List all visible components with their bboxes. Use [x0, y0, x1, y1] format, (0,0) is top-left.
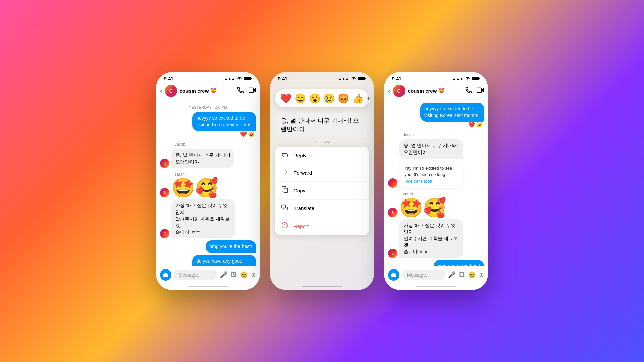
forward-label: Forward	[293, 170, 312, 176]
mic-icon-1[interactable]: 🎤	[220, 271, 227, 279]
forward-icon	[281, 169, 289, 177]
context-menu-translate[interactable]: Translate	[275, 200, 369, 217]
svg-rect-6	[365, 78, 366, 79]
group-name-1[interactable]: cousin crew 💝	[180, 88, 237, 94]
group-name-3[interactable]: cousin crew 💝	[408, 88, 465, 94]
phone-1: 9:41 ▲▲▲ ‹ C cousin crew 💝 YESTERDAY 4:1…	[156, 72, 260, 290]
home-bar-3	[416, 286, 456, 287]
message-bubble-m4[interactable]: 가장 하고 싶은 것이 무엇인지알려주시면 계획을 세워보겠습니다 ㅎㅎ	[171, 199, 235, 238]
home-indicator-3	[384, 283, 488, 290]
battery-icon-2	[358, 76, 366, 81]
phone-3: 9:41 ▲▲▲ ‹ C cousin crew 💝 heyyyy	[384, 72, 488, 290]
message-row-r2: J 응, 널 만나서 너무 기대돼!오랜만이야 Yay I'm so excit…	[388, 139, 484, 188]
home-bar-2	[302, 286, 342, 287]
context-menu-reply[interactable]: Reply	[275, 147, 369, 164]
phone-call-icon-1[interactable]	[237, 87, 244, 95]
message-input-field-1[interactable]: Message...	[174, 270, 217, 280]
svg-rect-5	[358, 77, 365, 80]
emoji-m3: 🤩🥰	[171, 179, 218, 197]
sender-sarah-r3: sarah	[403, 192, 484, 196]
reaction-grin[interactable]: 😀	[294, 93, 306, 104]
emoji-icon-3[interactable]: 😊	[468, 271, 476, 279]
message-bubble-m5[interactable]: omg you're the best!	[206, 240, 256, 253]
video-call-icon-1[interactable]	[249, 87, 256, 95]
context-message-bubble: 응, 널 만나서 너무 기대돼! 오랜만이야	[275, 113, 369, 137]
avatar-jacob-2: J	[160, 229, 169, 238]
plus-icon-1[interactable]: ⊕	[251, 271, 256, 279]
avatar-sarah-1: S	[160, 188, 169, 197]
camera-button-3[interactable]	[388, 269, 399, 281]
report-icon	[281, 222, 289, 230]
message-row-r5: omg you're the best!	[388, 260, 484, 266]
emoji-r3: 🤩🥰	[399, 198, 446, 217]
svg-rect-1	[251, 78, 252, 79]
status-time-3: 9:41	[392, 76, 401, 81]
chat-header-1: ‹ C cousin crew 💝	[156, 83, 260, 100]
context-menu-forward[interactable]: Forward	[275, 164, 369, 182]
reaction-cry[interactable]: 😢	[323, 93, 335, 104]
message-bubble-r1[interactable]: heyyyy so excited to be visiting Korea n…	[420, 103, 484, 122]
wifi-icon-3	[465, 76, 470, 81]
reaction-thumbs[interactable]: 👍	[352, 93, 364, 104]
svg-rect-14	[472, 77, 479, 80]
message-row-r4: J 가장 하고 싶은 것이 무엇인지알려주시면 계획을 세워보겠습니다 ㅎㅎ	[388, 219, 484, 258]
status-bar-3: 9:41 ▲▲▲	[384, 72, 488, 83]
message-input-field-3[interactable]: Message...	[402, 270, 445, 280]
back-button-1[interactable]: ‹	[160, 87, 162, 95]
home-indicator-2	[270, 283, 374, 290]
message-row-m1: heyyyy so excited to be visiting Korea n…	[160, 112, 256, 131]
back-button-3[interactable]: ‹	[388, 87, 390, 95]
messages-1: YESTERDAY 4:16 PM heyyyy so excited to b…	[156, 100, 260, 266]
mic-icon-3[interactable]: 🎤	[448, 271, 455, 279]
add-reaction-button[interactable]: +	[367, 93, 370, 104]
phone-call-icon-3[interactable]	[465, 87, 472, 95]
home-bar-1	[188, 286, 228, 287]
status-time-2: 9:41	[278, 76, 287, 81]
reaction-r1: ❤️🐱	[388, 122, 483, 128]
message-bubble-m6[interactable]: do you have any good cafe recommendation…	[192, 255, 256, 266]
hide-translation-button-r2[interactable]: Hide translation	[404, 179, 457, 184]
status-icons-1: ▲▲▲	[224, 76, 252, 81]
header-actions-3	[465, 87, 484, 95]
group-avatar-1: C	[165, 85, 177, 97]
message-bubble-r2[interactable]: 응, 널 만나서 너무 기대돼!오랜만이야	[399, 139, 463, 159]
group-avatar-3: C	[393, 85, 405, 97]
message-row-m5: omg you're the best!	[160, 240, 256, 253]
wifi-icon-2	[351, 76, 356, 81]
input-actions-1: 🎤 🖼 😊 ⊕	[220, 271, 256, 279]
translation-box-r2: Yay I'm so excited to see you! It's been…	[399, 161, 462, 187]
plus-icon-3[interactable]: ⊕	[479, 271, 484, 279]
message-bubble-m2[interactable]: 응, 널 만나서 너무 기대돼!오랜만이야	[171, 149, 234, 168]
avatar-jacob-r4: J	[388, 249, 397, 258]
reaction-picker[interactable]: ❤️ 😀 😮 😢 😡 👍 +	[275, 89, 369, 107]
reaction-angry[interactable]: 😡	[338, 93, 350, 104]
message-bubble-m1[interactable]: heyyyy so excited to be visiting Korea n…	[192, 112, 256, 131]
status-time-1: 9:41	[164, 76, 173, 81]
context-menu-copy[interactable]: Copy	[275, 182, 369, 200]
message-bubble-r5[interactable]: omg you're the best!	[434, 260, 484, 266]
battery-icon-1	[244, 76, 252, 81]
reaction-heart[interactable]: ❤️	[280, 93, 292, 104]
video-call-icon-3[interactable]	[477, 87, 484, 95]
sender-jacob-r2: Jacob	[403, 133, 484, 137]
svg-rect-15	[479, 78, 480, 79]
status-icons-2: ▲▲▲	[338, 76, 366, 81]
reaction-m1: ❤️🐱	[160, 131, 255, 137]
svg-rect-16	[477, 88, 482, 92]
reaction-wow[interactable]: 😮	[309, 93, 321, 104]
context-menu-report[interactable]: Report	[275, 217, 369, 235]
message-input-bar-1: Message... 🎤 🖼 😊 ⊕	[156, 266, 260, 283]
phone-2: 9:41 ▲▲▲ ❤️ 😀 😮 😢 😡 👍 + 응, 널 만나서 너무 기대돼!…	[270, 72, 374, 290]
emoji-icon-1[interactable]: 😊	[240, 271, 248, 279]
image-icon-3[interactable]: 🖼	[459, 271, 465, 279]
svg-rect-8	[284, 188, 288, 193]
message-row-m2: J 응, 널 만나서 너무 기대돼!오랜만이야	[160, 149, 256, 168]
image-icon-1[interactable]: 🖼	[231, 271, 237, 279]
reply-label: Reply	[293, 153, 306, 158]
camera-button-1[interactable]	[160, 269, 171, 281]
context-timestamp: 12:22 AM	[314, 140, 330, 144]
message-row-m3: S 🤩🥰	[160, 179, 256, 197]
message-row-r1: heyyyy so excited to be visiting Korea n…	[388, 103, 484, 122]
messages-3: heyyyy so excited to be visiting Korea n…	[384, 100, 488, 266]
message-bubble-r4[interactable]: 가장 하고 싶은 것이 무엇인지알려주시면 계획을 세워보겠습니다 ㅎㅎ	[399, 219, 463, 258]
